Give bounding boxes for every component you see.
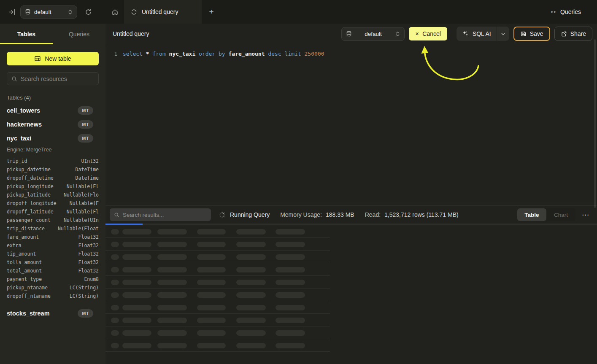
skeleton-cell: [236, 242, 266, 247]
table-name: stocks_stream: [7, 310, 50, 317]
table-row: [105, 263, 330, 276]
sql-ai-button[interactable]: SQL AI: [457, 27, 497, 41]
column-name: pickup_latitude: [7, 192, 51, 198]
column-row: dropoff_latitudeNullable(Fl: [0, 208, 105, 216]
new-table-label: New table: [45, 55, 71, 62]
view-toggle-chart[interactable]: Chart: [546, 208, 575, 221]
sidebar-collapse-icon: [8, 8, 16, 16]
cancel-button[interactable]: ✕ Cancel: [409, 27, 447, 40]
skeleton-cell: [236, 292, 266, 298]
skeleton-cell: [111, 242, 119, 247]
column-row: tolls_amountFloat32: [0, 258, 105, 267]
table-list-item[interactable]: cell_towersMT: [0, 103, 105, 117]
share-button[interactable]: Share: [554, 27, 592, 41]
search-results-input[interactable]: [123, 212, 207, 218]
column-name: dropoff_datetime: [7, 175, 54, 181]
skeleton-cell: [197, 343, 226, 348]
refresh-icon: [85, 8, 92, 16]
top-bar: default Untitled query +: [0, 0, 597, 24]
search-icon: [114, 212, 119, 218]
sidebar-collapse-button[interactable]: [3, 0, 20, 24]
results-toolbar: Running Query Memory Usage: 188.33 MB Re…: [105, 205, 597, 224]
column-row: passenger_countNullable(UIn: [0, 216, 105, 224]
table-row: [105, 339, 330, 352]
table-list-item[interactable]: hackernewsMT: [0, 117, 105, 131]
column-type: UInt32: [81, 158, 99, 164]
code-line: select * from nyc_taxi order by fare_amo…: [123, 51, 324, 57]
sidebar-search[interactable]: [7, 72, 99, 85]
skeleton-cell: [197, 229, 226, 235]
code-row: 1 select * from nyc_taxi order by fare_a…: [105, 51, 324, 57]
editor-scrollbar[interactable]: [594, 39, 596, 208]
home-icon: [111, 8, 119, 16]
code-token: fare_amount: [225, 51, 265, 57]
column-name: pickup_ntaname: [7, 285, 48, 291]
column-type: DateTime: [76, 175, 99, 181]
save-icon: [520, 31, 527, 37]
new-tab-button[interactable]: +: [202, 0, 221, 24]
column-row: payment_typeEnum8: [0, 275, 105, 283]
column-type: Nullable(Float: [58, 226, 99, 232]
column-name: fare_amount: [7, 234, 39, 240]
sidebar-tab-tables[interactable]: Tables: [0, 24, 53, 44]
sql-ai-dropdown-button[interactable]: [497, 27, 509, 41]
code-token: by: [215, 51, 225, 57]
table-name: hackernews: [7, 121, 42, 128]
column-row: pickup_latitudeNullable(Flo: [0, 191, 105, 199]
column-name: tolls_amount: [7, 259, 42, 265]
code-token: order: [195, 51, 215, 57]
topbar-database-selector[interactable]: default: [20, 5, 77, 19]
main-panel: Untitled query default ✕ Cancel: [105, 24, 597, 364]
column-row: extraFloat32: [0, 241, 105, 250]
column-row: pickup_datetimeDateTime: [0, 165, 105, 174]
results-table-skeleton: [105, 225, 597, 364]
column-row: trip_idUInt32: [0, 157, 105, 165]
topbar-database-value: default: [34, 9, 51, 15]
column-type: Nullable(Flo: [64, 192, 99, 198]
table-row: [105, 225, 330, 238]
skeleton-cell: [157, 280, 187, 285]
save-label: Save: [530, 30, 543, 37]
skeleton-cell: [157, 305, 187, 310]
column-row: dropoff_ntanameLC(String): [0, 292, 105, 300]
table-engine-badge: MT: [78, 134, 93, 143]
query-database-selector[interactable]: default: [341, 27, 405, 41]
sidebar-tab-queries[interactable]: Queries: [53, 24, 105, 44]
skeleton-cell: [157, 229, 187, 235]
column-type: Nullable(Fl: [67, 183, 99, 189]
skeleton-cell: [197, 305, 226, 310]
skeleton-cell: [111, 305, 119, 310]
table-list-item[interactable]: nyc_taxiMT: [0, 131, 105, 145]
results-search[interactable]: [110, 208, 211, 221]
view-toggle-table[interactable]: Table: [517, 208, 546, 221]
skeleton-cell: [276, 318, 305, 323]
chevron-updown-icon: [395, 31, 400, 37]
results-menu-button[interactable]: ⋯: [582, 211, 589, 218]
skeleton-cell: [197, 280, 226, 285]
search-resources-input[interactable]: [21, 75, 94, 82]
tab-title: Untitled query: [142, 8, 178, 15]
new-table-button[interactable]: New table: [7, 52, 99, 65]
skeleton-cell: [197, 254, 226, 260]
query-tab[interactable]: Untitled query: [124, 0, 202, 24]
column-name: pickup_datetime: [7, 167, 51, 173]
table-row: [105, 314, 330, 326]
queries-button[interactable]: •• Queries: [551, 8, 581, 15]
skeleton-cell: [276, 305, 305, 310]
table-list-item[interactable]: stocks_streamMT: [0, 306, 105, 320]
table-columns: trip_idUInt32pickup_datetimeDateTimedrop…: [0, 156, 105, 306]
skeleton-cell: [197, 318, 226, 323]
save-button[interactable]: Save: [513, 27, 550, 41]
column-row: tip_amountFloat32: [0, 250, 105, 258]
skeleton-cell: [236, 254, 266, 260]
skeleton-cell: [276, 254, 305, 260]
sidebar-tabs: Tables Queries: [0, 24, 105, 44]
refresh-button[interactable]: [80, 0, 97, 24]
code-token: *: [143, 51, 149, 57]
sidebar: Tables Queries New table Tables (4) cell…: [0, 24, 105, 364]
sql-ai-split-button: SQL AI: [457, 27, 509, 41]
home-button[interactable]: [105, 0, 124, 24]
sql-editor[interactable]: 1 select * from nyc_taxi order by fare_a…: [105, 44, 597, 205]
column-type: Float32: [78, 259, 99, 265]
memory-usage-label: Memory Usage:: [280, 211, 322, 218]
